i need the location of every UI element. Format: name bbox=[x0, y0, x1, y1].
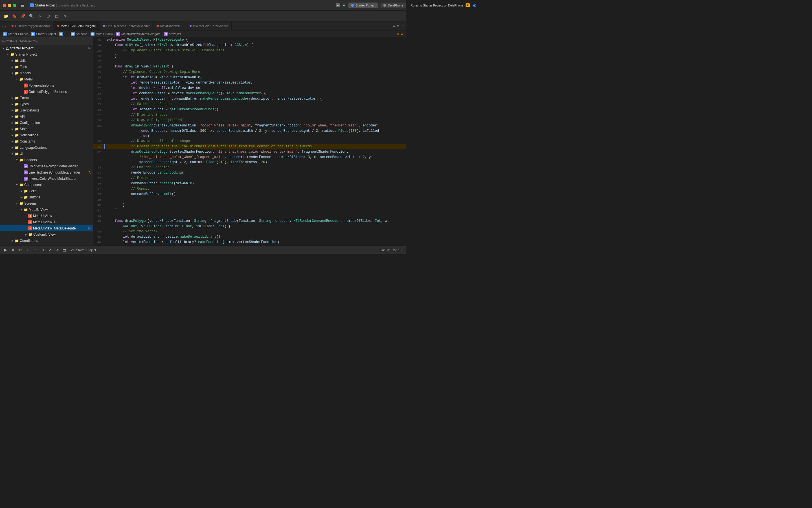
tab-outlined-polygon-uniforms[interactable]: OutlinedPolygonUniforms bbox=[8, 22, 54, 30]
tab-back-button[interactable]: ‹ bbox=[2, 24, 4, 28]
step-into-icon[interactable]: ↑ bbox=[32, 247, 38, 253]
tree-buttons[interactable]: ▶ 📁 Buttons bbox=[0, 194, 93, 200]
tree-root[interactable]: ▼ 🗂 Starter Project M bbox=[0, 45, 93, 51]
step-back-icon[interactable]: ↺ bbox=[17, 247, 23, 253]
userdefaults-label: UserDefaults bbox=[20, 109, 91, 112]
tree-rootviewcontroller[interactable]: ▶ 📁 RootViewController bbox=[0, 244, 93, 246]
folder-icon: 📁 bbox=[15, 139, 19, 143]
tree-outlined-polygon[interactable]: ▶ S OutlinedPolygonUniforms bbox=[0, 89, 93, 95]
tree-constants[interactable]: ▶ 📁 Constants bbox=[0, 138, 93, 144]
buttons-label: Buttons bbox=[29, 195, 91, 199]
cells-label: Cells bbox=[29, 189, 91, 193]
titlebar-project-path: tutorial/metal/line-thickness bbox=[58, 4, 95, 7]
breadcrumb-screens[interactable]: Screens bbox=[76, 32, 87, 36]
close-button[interactable] bbox=[3, 4, 6, 7]
tree-metaluiview-delegate[interactable]: ▶ S MetalUIView+MetalDelegate M bbox=[0, 225, 93, 231]
more-icon[interactable]: ⋯ bbox=[401, 24, 404, 28]
edit-icon[interactable]: ✎ bbox=[62, 13, 68, 19]
tree-configuration[interactable]: ▶ 📁 Configuration bbox=[0, 120, 93, 126]
tree-polygon-uniforms[interactable]: ▶ S PolygonUniforms bbox=[0, 82, 93, 89]
search-icon[interactable]: 🔍 bbox=[28, 13, 35, 19]
tree-metal[interactable]: ▼ 📁 Metal bbox=[0, 76, 93, 82]
tree-components[interactable]: ▼ 📁 Components bbox=[0, 182, 93, 188]
breadcrumb-metaluiview[interactable]: MetalUIView bbox=[96, 32, 113, 36]
tree-notifications[interactable]: ▶ 📁 Notifications bbox=[0, 132, 93, 138]
tree-utils[interactable]: ▶ 📁 Utils bbox=[0, 57, 93, 64]
tab-inverse-color-shader[interactable]: InverseColor...etalShader bbox=[186, 22, 232, 30]
custom-uiview-label: CustomUIView bbox=[33, 232, 91, 237]
breadcrumb-starter-project2[interactable]: Starter Project bbox=[36, 32, 56, 36]
breadcrumb-starter-project1[interactable]: Starter Project bbox=[8, 32, 28, 36]
main-content: Project Navigator ▼ 🗂 Starter Project M … bbox=[0, 37, 406, 246]
tab-line-thickness-shader[interactable]: LineThickness...onMetalShader bbox=[100, 22, 153, 30]
tab-metal-ui-view-delegate[interactable]: MetalUIVie...etalDelegate bbox=[54, 22, 100, 30]
warning-icon[interactable]: △ bbox=[37, 13, 43, 19]
tree-starter-project[interactable]: ▼ 📁 Starter Project bbox=[0, 51, 93, 57]
step-out-icon[interactable]: ⇥ bbox=[40, 247, 45, 253]
share-icon[interactable]: ↗ bbox=[47, 247, 52, 253]
pin-icon[interactable]: 📌 bbox=[20, 13, 26, 19]
tree-colorwheel-shader[interactable]: ▶ M ColorWheelPolygonMetalShader bbox=[0, 163, 93, 169]
tree-screens[interactable]: ▼ 📁 Screens bbox=[0, 200, 93, 207]
tree-metaluiview-file[interactable]: ▶ S MetalUIView bbox=[0, 213, 93, 219]
breadcrumb-ui-icon: 📁 bbox=[59, 32, 63, 36]
arrow-icon: ▶ bbox=[10, 145, 15, 150]
breadcrumb-delegate[interactable]: MetalUIView+MetalDelegate bbox=[121, 32, 161, 36]
tree-states[interactable]: ▶ 📁 States bbox=[0, 126, 93, 132]
folder-icon: 📁 bbox=[24, 195, 28, 199]
code-line-36: 36 commandBuffer.present(drawable) bbox=[93, 181, 406, 186]
folder-icon[interactable]: 📁 bbox=[3, 13, 9, 19]
code-line-32c: screenBounds.height / 2, radius: Float(2… bbox=[93, 160, 406, 165]
tree-files[interactable]: ▶ 📁 Files bbox=[0, 64, 93, 70]
metaluiview-delegate-label: MetalUIView+MetalDelegate bbox=[33, 226, 87, 230]
tree-cells[interactable]: ▶ 📁 Cells bbox=[0, 188, 93, 194]
square-icon[interactable]: ◻ bbox=[54, 13, 60, 19]
layout-icon[interactable]: ≡ bbox=[397, 24, 399, 28]
breadcrumb-draw[interactable]: draw(in:) bbox=[169, 32, 181, 36]
layout-toggle-icon[interactable]: ⬒ bbox=[61, 247, 67, 253]
play-icon[interactable]: ▶ bbox=[3, 247, 8, 253]
sidebar-toggle-icon[interactable]: ☰ bbox=[20, 3, 26, 8]
code-line-25: 25 // Gather the Bounds bbox=[93, 101, 406, 107]
tree-userdefaults[interactable]: ▶ 📁 UserDefaults bbox=[0, 107, 93, 114]
tree-api[interactable]: ▶ 📁 API bbox=[0, 114, 93, 120]
swift-icon: S bbox=[28, 214, 32, 218]
arrow-icon: ▶ bbox=[10, 58, 15, 63]
tab-metal-ui-view-ui[interactable]: MetalUIView+UI bbox=[153, 22, 186, 30]
root-icon: 🗂 bbox=[6, 46, 9, 50]
stop-button[interactable]: ■ bbox=[336, 3, 340, 7]
maximize-button[interactable] bbox=[13, 4, 16, 7]
tab-starter-project[interactable]: Starter Project bbox=[348, 3, 378, 8]
tree-types[interactable]: ▶ 📁 Types bbox=[0, 101, 93, 107]
tree-custom-uiview[interactable]: ▶ 📁 CustomUIView bbox=[0, 231, 93, 238]
code-line-28: 28 // Draw a Polygon (filled) bbox=[93, 118, 406, 123]
folder-icon: 📁 bbox=[15, 109, 19, 112]
tree-inverse-shader[interactable]: ▶ M InverseColorWheelMetalShader bbox=[0, 175, 93, 182]
constants-label: Constants bbox=[20, 139, 91, 143]
tree-metaluiview-ui[interactable]: ▶ S MetalUIView+UI bbox=[0, 219, 93, 225]
code-editor[interactable]: 13 extension MetalUIView: MTKViewDelegat… bbox=[93, 37, 406, 246]
tree-coordinators[interactable]: ▶ 📁 Coordinators bbox=[0, 238, 93, 244]
breadcrumb-ui[interactable]: UI bbox=[64, 32, 67, 36]
tab-delaphone[interactable]: DelaPhone bbox=[380, 3, 406, 8]
pause-icon[interactable]: ⏸ bbox=[10, 247, 16, 253]
step-over-icon[interactable]: ↓ bbox=[25, 247, 31, 253]
tree-language-content[interactable]: ▶ 📁 LanguageContent bbox=[0, 144, 93, 151]
split-editor-icon[interactable]: ⇄ bbox=[393, 24, 396, 28]
bookmark-icon[interactable]: 🔖 bbox=[11, 13, 17, 19]
tree-models[interactable]: ▼ 📁 Models bbox=[0, 70, 93, 76]
titlebar-left: ☰ Starter Project tutorial/metal/line-th… bbox=[3, 3, 95, 8]
branch-icon[interactable]: ⎇ bbox=[69, 247, 75, 253]
folder-icon: 📁 bbox=[15, 65, 19, 69]
tree-ui[interactable]: ▼ 📁 UI bbox=[0, 151, 93, 157]
tab-forward-button[interactable]: › bbox=[5, 24, 6, 28]
tree-linethickness-shader[interactable]: ▶ M LineThicknessC...gonMetalShader A bbox=[0, 169, 93, 175]
tree-errors[interactable]: ▶ 📁 Errors bbox=[0, 95, 93, 101]
run-button[interactable]: ▶ bbox=[342, 3, 346, 7]
tree-metaluiview-folder[interactable]: ▼ 📁 MetalUIView bbox=[0, 207, 93, 213]
code-line-40: 40 } bbox=[93, 202, 406, 208]
hex-icon[interactable]: ⬡ bbox=[45, 13, 51, 19]
refresh-icon[interactable]: ⟳ bbox=[54, 247, 60, 253]
tree-shaders[interactable]: ▼ 📁 Shaders bbox=[0, 157, 93, 163]
minimize-button[interactable] bbox=[8, 4, 11, 7]
